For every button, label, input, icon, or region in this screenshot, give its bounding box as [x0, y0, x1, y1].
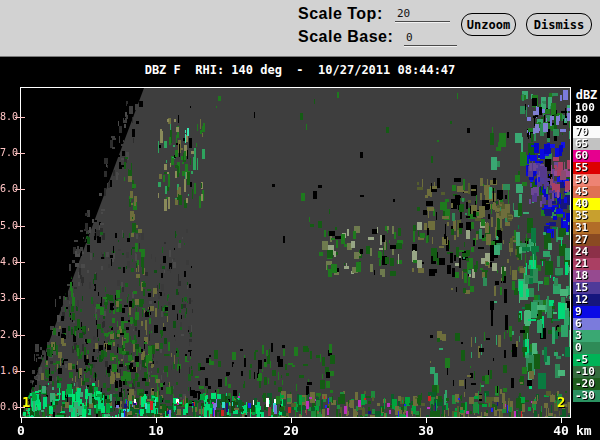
y-axis-tick [15, 226, 25, 227]
colorbar-header: dBZ [573, 88, 600, 102]
dismiss-button[interactable]: Dismiss [526, 13, 592, 36]
rhi-plot-canvas[interactable] [21, 88, 570, 417]
x-axis-tick-label: 0 [6, 423, 36, 438]
rhi-display-window: Scale Top: Scale Base: Unzoom Dismiss DB… [0, 0, 600, 440]
y-axis-tick [15, 153, 25, 154]
y-axis-tick [15, 371, 25, 372]
dbz-colorbar: 100807065605550454035312724211815129630-… [573, 102, 600, 402]
y-axis-tick [15, 335, 25, 336]
scan-title: DBZ F RHI: 140 deg - 10/27/2011 08:44:47 [0, 63, 600, 77]
scale-base-input[interactable] [404, 29, 457, 46]
y-axis-tick [15, 407, 25, 408]
x-axis-tick-label: 30 [411, 423, 441, 438]
y-axis-tick [15, 298, 25, 299]
scan-marker: 2 [557, 395, 565, 409]
x-axis-unit-label: km [576, 423, 592, 438]
x-axis-tick-label: 20 [276, 423, 306, 438]
unzoom-button[interactable]: Unzoom [461, 13, 516, 36]
y-axis-tick [15, 189, 25, 190]
toolbar: Scale Top: Scale Base: Unzoom Dismiss [0, 0, 600, 57]
scale-top-label: Scale Top: [298, 5, 383, 23]
y-axis-tick [15, 117, 25, 118]
y-axis-tick [15, 262, 25, 263]
scale-base-label: Scale Base: [298, 28, 393, 46]
colorbar-cell: -30 [573, 390, 600, 402]
scale-top-input[interactable] [395, 5, 450, 22]
x-axis-tick-label: 40 [546, 423, 576, 438]
x-axis-tick-label: 10 [141, 423, 171, 438]
